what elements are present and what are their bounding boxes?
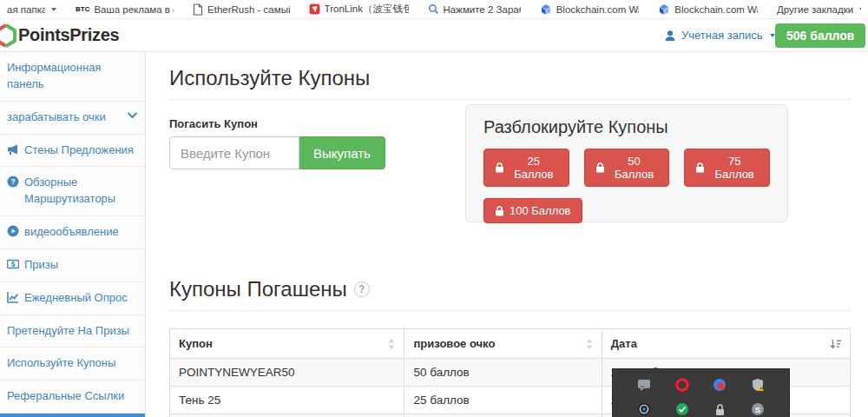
opera-icon[interactable] — [674, 378, 689, 393]
s-badge-icon[interactable]: S — [751, 402, 766, 417]
sidebar-item-daily-poll[interactable]: Ежедневный Опрос — [0, 282, 145, 315]
lock-icon — [595, 162, 605, 173]
green-check-icon[interactable] — [674, 402, 689, 417]
shield-warning-icon[interactable] — [751, 378, 766, 393]
unlock-button-label: 75 Баллов — [710, 155, 759, 181]
sidebar-item-prizes[interactable]: $ Призы — [0, 249, 145, 282]
chevron-down-icon — [128, 112, 138, 119]
line-chart-icon — [7, 291, 19, 303]
unlock-25-points-button[interactable]: 25 Баллов — [483, 149, 569, 187]
bookmark-folder[interactable]: ая папка — [7, 4, 56, 15]
sort-icon — [388, 339, 395, 349]
account-label: Учетная запись — [681, 29, 763, 42]
other-bookmarks-label: Другие закладки — [777, 4, 853, 15]
blockchain-cube-icon — [540, 3, 552, 16]
points-cell: 25 баллов — [404, 387, 602, 414]
sidebar-item-label: Претендуйте На Призы — [7, 323, 138, 340]
sidebar-item-earn-points[interactable]: зарабатывать очки — [0, 102, 145, 135]
tronlink-icon — [309, 3, 320, 15]
caret-down-icon — [770, 34, 775, 37]
bookmark-item[interactable]: Blockchain.com Wa — [540, 3, 640, 16]
bookmark-label: ая папка — [7, 4, 45, 15]
system-tray-popup: S — [612, 368, 790, 417]
bookmarks-bar: ая папка BTC Ваша реклама в с EtherRush … — [0, 0, 868, 19]
logo-text: PointsPrizes — [18, 25, 119, 45]
blockchain-cube-icon — [658, 3, 670, 16]
bookmark-item[interactable]: TronLink（波宝钱包 — [309, 3, 409, 16]
coupon-cell: Тень 25 — [170, 387, 404, 414]
unlock-button-label: 25 Баллов — [510, 155, 558, 181]
padlock-icon[interactable] — [713, 402, 727, 417]
notification-offer-bonus-1[interactable]: fo*****@gmail.com Offer Bonus Points — [0, 414, 145, 417]
blank-page-icon — [193, 3, 203, 16]
unlock-75-points-button[interactable]: 75 Баллов — [684, 149, 770, 187]
sidebar-item-referral-links[interactable]: Реферальные Ссылки — [0, 381, 145, 414]
sidebar-item-label: зарабатывать очки — [7, 109, 122, 126]
svg-text:?: ? — [10, 177, 16, 186]
logo[interactable]: PointsPrizes — [0, 23, 119, 48]
svg-text:S: S — [755, 405, 760, 414]
coupon-cell: POINTYNEWYEAR50 — [170, 359, 404, 387]
unlock-button-label: 50 Баллов — [610, 155, 659, 181]
sidebar-item-label: Обзорные Маршрутизаторы — [24, 175, 138, 208]
pointsprizes-hexagon-icon — [0, 23, 18, 48]
play-circle-icon — [7, 225, 19, 237]
sidebar-item-offer-walls[interactable]: Стены Предложения — [0, 135, 145, 168]
lock-icon — [695, 162, 705, 173]
sidebar-item-dashboard[interactable]: Информационная панель — [0, 52, 145, 102]
lock-icon — [495, 206, 504, 216]
bookmark-item[interactable]: Нажмите 2 Зараб — [428, 3, 521, 15]
bookmark-label: EtherRush - самый — [207, 4, 290, 15]
bookmark-label: TronLink（波宝钱包 — [325, 3, 409, 16]
svg-text:$: $ — [11, 260, 16, 268]
sidebar-item-claim-prizes[interactable]: Претендуйте На Призы — [0, 315, 145, 348]
sidebar-item-use-coupons[interactable]: Используйте Купоны — [0, 348, 145, 381]
redeemed-coupons-title: Купоны Погашены — [169, 277, 347, 301]
btc-logo-icon: BTC — [76, 5, 89, 13]
sidebar: Информационная панель зарабатывать очки … — [0, 52, 146, 417]
chat-window-icon[interactable] — [636, 378, 651, 393]
sidebar-item-survey-routers[interactable]: ? Обзорные Маршрутизаторы — [0, 167, 145, 216]
sidebar-item-label: Ежедневный Опрос — [24, 290, 138, 307]
help-icon[interactable]: ? — [354, 281, 370, 297]
media-player-icon[interactable] — [636, 402, 651, 417]
sidebar-item-label: видеообъявление — [24, 224, 138, 241]
column-header-coupon[interactable]: Купон — [170, 329, 404, 359]
unlock-coupons-title: Разблокируйте Купоны — [483, 117, 770, 137]
sidebar-item-label: Реферальные Ссылки — [7, 388, 138, 405]
megaphone-icon — [7, 143, 19, 156]
redeem-button[interactable]: Выкупать — [299, 136, 385, 169]
unlock-coupons-panel: Разблокируйте Купоны 25 Баллов 50 Баллов… — [465, 104, 788, 222]
bookmark-item[interactable]: BTC Ваша реклама в с — [76, 4, 174, 15]
sidebar-item-label: Информационная панель — [7, 60, 138, 93]
magnifier-icon — [428, 3, 439, 15]
column-header-date[interactable]: Дата — [602, 329, 850, 359]
unlock-100-points-button[interactable]: 100 Баллов — [483, 198, 582, 223]
sort-desc-icon — [830, 339, 841, 349]
account-menu[interactable]: Учетная запись — [664, 29, 775, 42]
question-circle-icon: ? — [7, 175, 19, 188]
points-badge[interactable]: 506 баллов — [775, 23, 865, 48]
column-header-points[interactable]: призовое очко — [404, 329, 602, 359]
bookmark-item[interactable]: Blockchain.com Wa — [658, 3, 758, 16]
sidebar-item-label: Стены Предложения — [24, 142, 138, 159]
site-header: PointsPrizes Учетная запись 506 баллов — [0, 19, 868, 52]
caret-down-icon — [859, 8, 861, 11]
sidebar-item-video-ads[interactable]: видеообъявление — [0, 216, 145, 249]
sidebar-item-label: Используйте Купоны — [7, 355, 138, 372]
coupon-cell: Бесстрашный 50 — [170, 414, 404, 417]
main-content: Используйте Купоны Погасить Купон Выкупа… — [146, 52, 868, 417]
coupon-input[interactable] — [169, 136, 299, 169]
other-bookmarks[interactable]: Другие закладки — [777, 4, 861, 15]
unlock-50-points-button[interactable]: 50 Баллов — [584, 149, 670, 187]
bookmark-item[interactable]: EtherRush - самый — [193, 3, 290, 16]
lock-icon — [495, 162, 504, 173]
points-cell: 50 баллов — [404, 414, 602, 417]
sort-icon — [586, 339, 593, 349]
page-title: Используйте Купоны — [169, 66, 851, 100]
page: ая папка BTC Ваша реклама в с EtherRush … — [0, 0, 868, 417]
points-cell: 50 баллов — [404, 359, 602, 387]
bookmark-label: Blockchain.com Wa — [556, 4, 640, 15]
blue-red-app-icon[interactable] — [713, 378, 727, 393]
user-icon — [664, 30, 676, 42]
